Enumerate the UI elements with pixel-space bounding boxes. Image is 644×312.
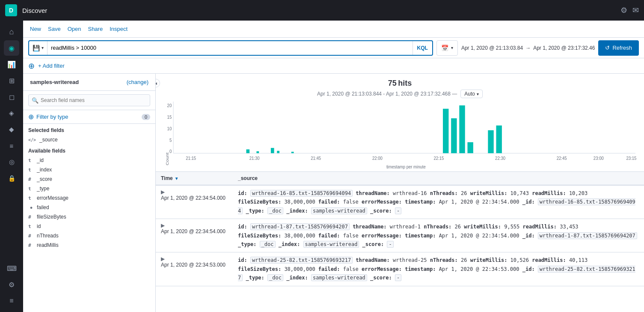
logs-icon[interactable]: ≡	[4, 138, 19, 153]
histogram-chart: 20 15 10 5 0 Count	[164, 102, 635, 168]
field-item-nthreads[interactable]: # nThreads	[23, 231, 155, 240]
new-button[interactable]: New	[30, 24, 41, 34]
maps-icon[interactable]: ◈	[4, 105, 19, 121]
query-bar: 💾 ▾ KQL 📅 ▾ Apr 1, 2020 @ 21:13:03.84 → …	[23, 38, 644, 58]
field-type-t: t	[28, 195, 34, 201]
filter-options-button[interactable]: ⊕	[28, 61, 35, 71]
expand-row-button[interactable]: ▶	[161, 189, 165, 195]
ml-icon[interactable]: ◆	[4, 122, 19, 137]
svg-rect-9	[256, 151, 259, 153]
field-name-score: _score	[37, 176, 52, 182]
visualize-icon[interactable]: 📊	[4, 57, 19, 72]
sort-down-icon: ▼	[175, 176, 179, 181]
dev-tools-icon[interactable]: ⌨	[4, 261, 19, 276]
svg-rect-18	[496, 126, 502, 153]
date-picker[interactable]: 📅 ▾	[436, 40, 458, 56]
svg-text:23:15: 23:15	[626, 156, 636, 161]
field-name-id: _id	[37, 157, 44, 163]
filter-by-type-row[interactable]: ⊕ Filter by type 0	[23, 110, 155, 124]
source-column-header: _source	[233, 172, 644, 185]
action-bar: New Save Open Share Inspect	[23, 21, 644, 38]
date-end: Apr 1, 2020 @ 23:17:32.46	[533, 45, 595, 51]
time-column-header[interactable]: Time ▼	[156, 172, 233, 185]
dashboard-icon[interactable]: ⊞	[4, 73, 19, 88]
share-button[interactable]: Share	[88, 24, 103, 34]
query-input-wrapper: 💾 ▾ KQL	[28, 40, 433, 56]
field-item-errormessage[interactable]: t errorMessage	[23, 193, 155, 203]
field-item-filesizebytes[interactable]: # fileSizeBytes	[23, 212, 155, 222]
svg-rect-11	[277, 151, 279, 153]
mail-icon[interactable]: ✉	[632, 6, 639, 15]
apm-icon[interactable]: ◎	[4, 154, 19, 170]
svg-text:20: 20	[167, 103, 172, 108]
selected-fields-title: Selected fields	[23, 124, 155, 135]
home-icon[interactable]: ⌂	[4, 24, 19, 39]
chevron-down-icon: ▾	[477, 92, 479, 96]
field-name-errormessage: errorMessage	[37, 195, 68, 201]
source-field-name: _source	[39, 137, 58, 143]
row-time: Apr 1, 2020 @ 22:34:54.000	[161, 228, 226, 234]
svg-text:0: 0	[169, 149, 172, 154]
field-name-readmillis: readMillis	[37, 242, 59, 248]
index-pattern-button[interactable]: 💾 ▾	[29, 41, 47, 55]
field-item-failed[interactable]: ● failed	[23, 203, 155, 212]
svg-text:10: 10	[167, 126, 172, 131]
table-row: ▶ Apr 1, 2020 @ 22:34:53.000 id: wrthrea…	[156, 252, 644, 286]
field-type-hash: #	[28, 233, 34, 239]
sidebar-fields: Selected fields </> _source Available fi…	[23, 124, 155, 312]
change-index-button[interactable]: (change)	[127, 79, 148, 85]
add-filter-button[interactable]: + Add filter	[38, 63, 65, 69]
row-source: id: wrthread-25-82.txt-1585769693217 thr…	[238, 257, 635, 281]
svg-text:Count: Count	[165, 153, 169, 165]
svg-rect-15	[459, 105, 465, 153]
query-input[interactable]	[47, 41, 413, 55]
hits-count: 75	[388, 79, 397, 87]
filter-bar: ⊕ + Add filter	[23, 58, 644, 74]
histogram-header: 75 hits	[164, 79, 635, 88]
row-time: Apr 1, 2020 @ 22:34:54.000	[161, 195, 226, 201]
row-time: Apr 1, 2020 @ 22:34:53.000	[161, 262, 226, 268]
date-start: Apr 1, 2020 @ 21:13:03.84	[461, 45, 523, 51]
field-type-t: t	[28, 158, 34, 163]
date-arrow: →	[525, 45, 531, 51]
field-item-score[interactable]: # _score	[23, 174, 155, 184]
kql-button[interactable]: KQL	[413, 41, 432, 55]
save-button[interactable]: Save	[48, 24, 61, 34]
field-item-id2[interactable]: t id	[23, 222, 155, 231]
refresh-label: Refresh	[612, 45, 632, 51]
inspect-button[interactable]: Inspect	[110, 24, 128, 34]
field-name-filesizebytes: fileSizeBytes	[37, 214, 66, 220]
svg-text:21:30: 21:30	[249, 156, 260, 161]
field-name-nthreads: nThreads	[37, 233, 59, 239]
histogram-date-range-text: Apr 1, 2020 @ 21:13:03.844 - Apr 1, 2020…	[317, 91, 457, 97]
settings-icon[interactable]: ⚙	[620, 6, 627, 15]
date-range: Apr 1, 2020 @ 21:13:03.84 → Apr 1, 2020 …	[461, 45, 595, 51]
field-item-id[interactable]: t _id	[23, 156, 155, 165]
row-source: id: wrthread-1-87.txt-1585769694207 thre…	[238, 223, 637, 248]
field-item-index[interactable]: t _index	[23, 165, 155, 174]
management-icon[interactable]: ⚙	[4, 277, 19, 292]
row-source: id: wrthread-16-85.txt-1585769694094 thr…	[238, 190, 635, 214]
svg-text:22:45: 22:45	[557, 156, 567, 161]
refresh-button[interactable]: ↺ Refresh	[598, 40, 639, 56]
svg-text:21:45: 21:45	[311, 156, 321, 161]
field-search-input[interactable]	[28, 94, 150, 106]
expand-row-button[interactable]: ▶	[161, 256, 165, 262]
discover-icon[interactable]: ◉	[4, 40, 19, 56]
selected-field-source[interactable]: </> _source	[23, 135, 155, 144]
svg-rect-17	[488, 130, 493, 153]
collapse-nav-icon[interactable]: ≡	[4, 293, 19, 309]
svg-rect-8	[246, 150, 249, 153]
table-row: ▶ Apr 1, 2020 @ 22:34:54.000 id: wrthrea…	[156, 185, 644, 219]
field-type-t: t	[28, 186, 34, 192]
svg-rect-14	[451, 118, 457, 153]
security-icon[interactable]: 🔒	[4, 171, 19, 186]
expand-row-button[interactable]: ▶	[161, 222, 165, 228]
open-button[interactable]: Open	[68, 24, 81, 34]
svg-text:timestamp per minute: timestamp per minute	[386, 164, 426, 169]
auto-button[interactable]: Auto ▾	[460, 90, 483, 98]
canvas-icon[interactable]: ◻	[4, 89, 19, 105]
field-name-index: _index	[37, 167, 52, 173]
field-item-readmillis[interactable]: # readMillis	[23, 240, 155, 250]
field-item-type[interactable]: t _type	[23, 184, 155, 193]
